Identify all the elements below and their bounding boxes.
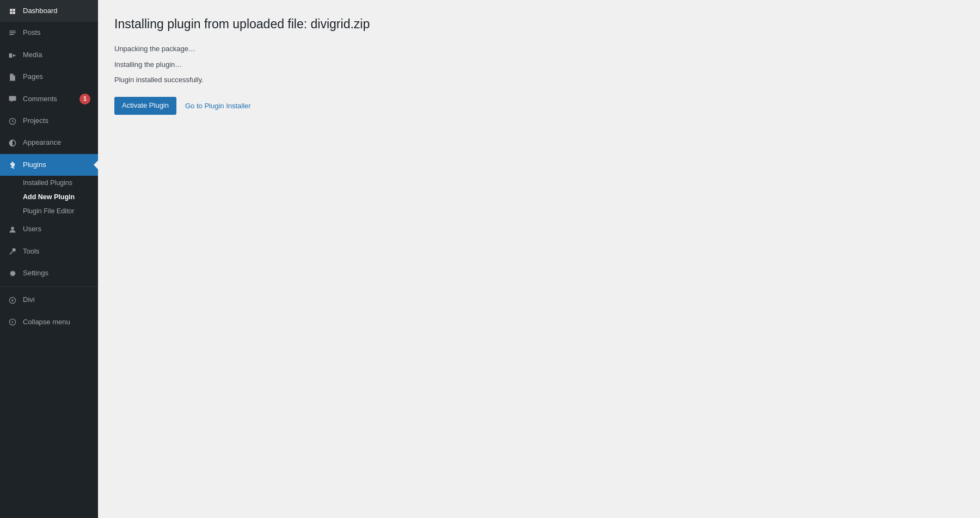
sidebar-item-settings[interactable]: Settings [0,262,98,284]
page-title: Installing plugin from uploaded file: di… [114,16,964,33]
sidebar-item-collapse-label: Collapse menu [23,317,90,327]
sidebar-item-comments[interactable]: Comments 1 [0,88,98,110]
sidebar-item-dashboard-label: Dashboard [23,6,90,16]
sidebar-item-collapse[interactable]: Collapse menu [0,311,98,333]
divi-icon [8,294,17,306]
sidebar-item-media-label: Media [23,50,90,60]
appearance-icon [8,137,17,149]
sidebar-divider [0,286,98,287]
sidebar-item-divi-label: Divi [23,295,90,305]
sidebar-item-media[interactable]: Media [0,44,98,66]
users-icon [8,223,17,235]
log-line-3: Plugin installed successfully. [114,75,964,86]
install-log: Unpacking the package… Installing the pl… [114,44,964,86]
sidebar-item-dashboard[interactable]: Dashboard [0,0,98,22]
media-icon [8,49,17,61]
svg-point-2 [11,227,14,230]
sidebar-item-tools[interactable]: Tools [0,240,98,262]
activate-plugin-button[interactable]: Activate Plugin [114,97,176,115]
sidebar-item-plugins[interactable]: Plugins [0,154,98,176]
sidebar-item-projects-label: Projects [23,116,90,126]
plugins-arrow-indicator [94,161,98,169]
sidebar-item-users[interactable]: Users [0,218,98,240]
comments-badge: 1 [79,94,90,104]
log-line-1: Unpacking the package… [114,44,964,55]
comments-icon [8,93,17,105]
sidebar-item-users-label: Users [23,224,90,234]
sidebar-item-appearance[interactable]: Appearance [0,132,98,153]
svg-rect-0 [9,53,13,58]
action-row: Activate Plugin Go to Plugin Installer [114,97,964,115]
sidebar: Dashboard Posts Media Pages Comments 1 P… [0,0,98,518]
sidebar-item-pages[interactable]: Pages [0,66,98,88]
go-to-plugin-installer-link[interactable]: Go to Plugin Installer [185,102,251,110]
dashboard-icon [8,5,17,17]
tools-icon [8,245,17,257]
sidebar-item-pages-label: Pages [23,72,90,82]
sidebar-item-divi[interactable]: Divi [0,289,98,311]
sidebar-item-posts-label: Posts [23,28,90,38]
log-line-2: Installing the plugin… [114,59,964,71]
main-content: Installing plugin from uploaded file: di… [98,0,980,518]
projects-icon [8,115,17,127]
plugins-icon [8,159,17,171]
sidebar-item-projects[interactable]: Projects [0,110,98,132]
submenu-add-new-plugin[interactable]: Add New Plugin [0,190,98,204]
settings-icon [8,267,17,279]
submenu-plugin-file-editor[interactable]: Plugin File Editor [0,204,98,218]
submenu-installed-plugins[interactable]: Installed Plugins [0,176,98,190]
pages-icon [8,71,17,83]
sidebar-item-comments-label: Comments [23,94,74,104]
sidebar-item-settings-label: Settings [23,268,90,278]
collapse-icon [8,316,17,328]
sidebar-item-plugins-label: Plugins [23,160,90,170]
sidebar-item-posts[interactable]: Posts [0,22,98,44]
sidebar-item-appearance-label: Appearance [23,138,90,147]
sidebar-item-tools-label: Tools [23,246,90,256]
posts-icon [8,27,17,39]
